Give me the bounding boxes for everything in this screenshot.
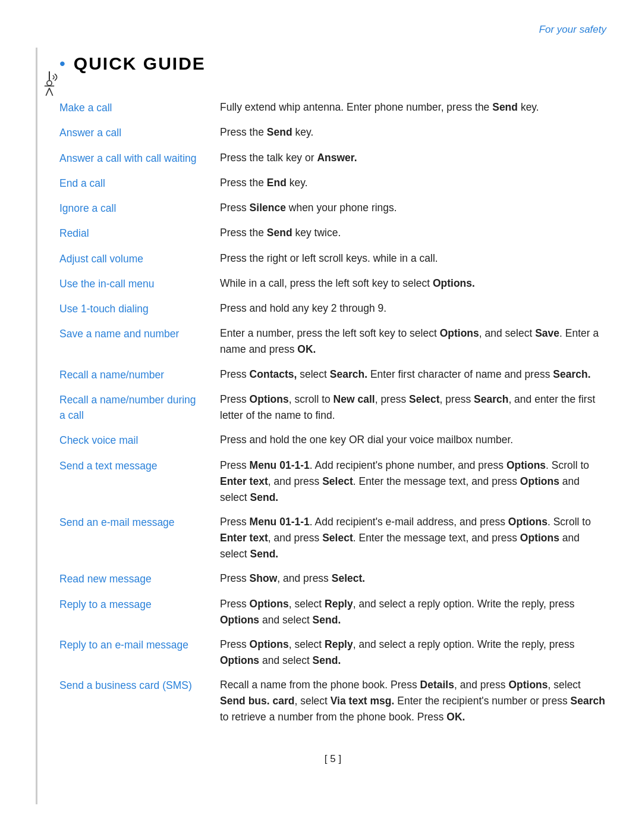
- svg-line-4: [49, 88, 53, 96]
- guide-desc: Press Contacts, select Search. Enter fir…: [220, 362, 606, 387]
- guide-term: Reply to an e-mail message: [59, 632, 220, 673]
- guide-desc: While in a call, press the left soft key…: [220, 271, 606, 296]
- guide-row: RedialPress the Send key twice.: [59, 221, 606, 246]
- guide-term: End a call: [59, 171, 220, 196]
- guide-term: Adjust call volume: [59, 246, 220, 271]
- page-content: • QUICK GUIDE Make a callFully extend wh…: [59, 0, 606, 813]
- guide-term: Save a name and number: [59, 321, 220, 362]
- guide-term: Send a business card (SMS): [59, 673, 220, 729]
- guide-term: Read new message: [59, 566, 220, 591]
- guide-term: Make a call: [59, 95, 220, 120]
- guide-row: Use 1-touch dialingPress and hold any ke…: [59, 296, 606, 321]
- svg-line-3: [46, 88, 49, 96]
- guide-row: Ignore a callPress Silence when your pho…: [59, 196, 606, 221]
- guide-desc: Press Show, and press Select.: [220, 566, 606, 591]
- guide-row: Recall a name/number during a callPress …: [59, 387, 606, 428]
- guide-term: Recall a name/number: [59, 362, 220, 387]
- guide-table: Make a callFully extend whip antenna. En…: [59, 95, 606, 729]
- guide-row: Save a name and numberEnter a number, pr…: [59, 321, 606, 362]
- guide-term: Recall a name/number during a call: [59, 387, 220, 428]
- guide-desc: Recall a name from the phone book. Press…: [220, 673, 606, 729]
- guide-desc: Press the Send key.: [220, 120, 606, 145]
- guide-row: Reply to an e-mail messagePress Options,…: [59, 632, 606, 673]
- guide-desc: Press Silence when your phone rings.: [220, 196, 606, 221]
- safety-header: For your safety: [539, 24, 606, 36]
- guide-desc: Fully extend whip antenna. Enter phone n…: [220, 95, 606, 120]
- antenna-icon: [40, 71, 58, 98]
- guide-row: Answer a call with call waitingPress the…: [59, 146, 606, 171]
- guide-desc: Press Menu 01-1-1. Add recipient's e-mai…: [220, 510, 606, 566]
- guide-desc: Press Options, select Reply, and select …: [220, 632, 606, 673]
- guide-row: Read new messagePress Show, and press Se…: [59, 566, 606, 591]
- guide-term: Reply to a message: [59, 592, 220, 632]
- page-title-section: • QUICK GUIDE: [59, 54, 606, 74]
- guide-term: Use 1-touch dialing: [59, 296, 220, 321]
- guide-desc: Press and hold any key 2 through 9.: [220, 296, 606, 321]
- title-bullet: •: [59, 54, 65, 73]
- guide-row: Answer a callPress the Send key.: [59, 120, 606, 145]
- guide-term: Use the in-call menu: [59, 271, 220, 296]
- guide-desc: Press the Send key twice.: [220, 221, 606, 246]
- guide-row: Send an e-mail messagePress Menu 01-1-1.…: [59, 510, 606, 566]
- guide-row: Send a business card (SMS)Recall a name …: [59, 673, 606, 729]
- left-bar: [36, 48, 37, 804]
- guide-term: Check voice mail: [59, 428, 220, 453]
- guide-row: Make a callFully extend whip antenna. En…: [59, 95, 606, 120]
- guide-desc: Press the talk key or Answer.: [220, 146, 606, 171]
- page-title: QUICK GUIDE: [74, 54, 206, 74]
- guide-term: Answer a call: [59, 120, 220, 145]
- guide-desc: Press the End key.: [220, 171, 606, 196]
- guide-desc: Enter a number, press the left soft key …: [220, 321, 606, 362]
- guide-term: Redial: [59, 221, 220, 246]
- guide-term: Send an e-mail message: [59, 510, 220, 566]
- guide-desc: Press Options, select Reply, and select …: [220, 592, 606, 632]
- guide-desc: Press and hold the one key OR dial your …: [220, 428, 606, 453]
- guide-desc: Press Options, scroll to New call, press…: [220, 387, 606, 428]
- guide-term: Send a text message: [59, 453, 220, 510]
- guide-row: Adjust call volumePress the right or lef…: [59, 246, 606, 271]
- guide-row: Check voice mailPress and hold the one k…: [59, 428, 606, 453]
- guide-desc: Press Menu 01-1-1. Add recipient's phone…: [220, 453, 606, 510]
- guide-desc: Press the right or left scroll keys. whi…: [220, 246, 606, 271]
- guide-row: End a callPress the End key.: [59, 171, 606, 196]
- page-number: [ 5 ]: [59, 753, 606, 765]
- guide-row: Recall a name/numberPress Contacts, sele…: [59, 362, 606, 387]
- guide-term: Ignore a call: [59, 196, 220, 221]
- guide-row: Send a text messagePress Menu 01-1-1. Ad…: [59, 453, 606, 510]
- svg-point-1: [47, 81, 52, 86]
- guide-row: Use the in-call menuWhile in a call, pre…: [59, 271, 606, 296]
- guide-term: Answer a call with call waiting: [59, 146, 220, 171]
- guide-row: Reply to a messagePress Options, select …: [59, 592, 606, 632]
